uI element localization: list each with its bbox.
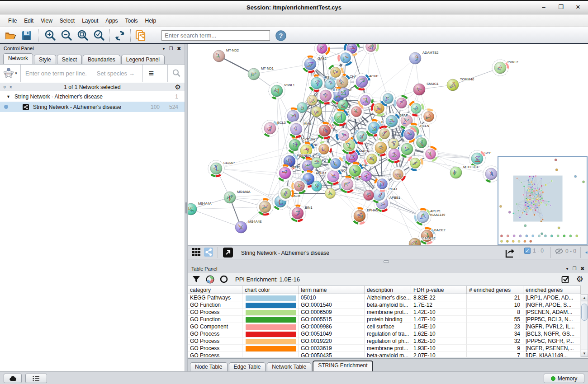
panel-float-icon[interactable]: ❒ xyxy=(573,266,577,271)
node[interactable] xyxy=(364,190,374,201)
table-row[interactable]: GO ComponentGO:0009986cell surface1.54E-… xyxy=(188,323,581,330)
filter-icon[interactable] xyxy=(192,275,200,283)
table-row[interactable]: GO ProcessGO:0033619membrane prot...1.93… xyxy=(188,345,581,352)
node[interactable] xyxy=(312,107,322,117)
tab-boundaries[interactable]: Boundaries xyxy=(83,55,120,64)
table-row[interactable]: GO ProcessGO:0006509membrane prot...1.42… xyxy=(188,309,581,316)
open-session-button[interactable] xyxy=(4,29,17,42)
node-PVRL2[interactable]: PVRL2 xyxy=(492,60,518,76)
column-header-description[interactable]: description xyxy=(365,286,411,294)
zoom-selected-button[interactable] xyxy=(92,29,106,42)
tab-network[interactable]: Network xyxy=(3,53,33,64)
node-MS4A4A[interactable]: MS4A4A xyxy=(188,201,212,215)
memory-button[interactable]: Memory xyxy=(544,374,584,383)
scroll-down-arrow[interactable]: ▼ xyxy=(581,350,588,356)
scrollbar-thumb[interactable] xyxy=(581,304,588,321)
birdseye-toggle-button[interactable] xyxy=(585,248,588,258)
menu-item-layout[interactable]: Layout xyxy=(78,16,102,26)
string-options-button[interactable]: ≡ xyxy=(142,65,160,82)
node-BACE2[interactable]: BACE2 xyxy=(419,228,446,244)
table-row[interactable]: GO ProcessGO:0019220regulation of ph...1… xyxy=(188,337,581,345)
menu-item-apps[interactable]: Apps xyxy=(102,16,121,26)
node[interactable] xyxy=(361,171,372,182)
menu-item-view[interactable]: View xyxy=(37,16,56,26)
select-all-checkbox-icon[interactable] xyxy=(561,275,570,284)
node[interactable] xyxy=(363,44,379,54)
tab-network-table[interactable]: Network Table xyxy=(267,362,311,371)
table-row[interactable]: GO ProcessGO:0050435beta-amyloid m...2.0… xyxy=(188,352,581,357)
table-row[interactable]: GO FunctionGO:0005515protein binding1.47… xyxy=(188,316,581,323)
table-row[interactable]: KEGG Pathways05010Alzheimer's dise...8.8… xyxy=(188,294,581,301)
node[interactable] xyxy=(358,93,373,108)
node[interactable] xyxy=(339,88,349,98)
export-network-button[interactable] xyxy=(504,248,515,258)
table-settings-gear-icon[interactable]: ⚙ xyxy=(576,274,583,284)
zoom-fit-button[interactable] xyxy=(76,29,90,42)
node[interactable] xyxy=(325,188,336,199)
panel-menu-icon[interactable]: ▾ xyxy=(163,46,165,51)
node-MT-ND1[interactable]: MT-ND1 xyxy=(248,66,274,80)
menu-item-file[interactable]: File xyxy=(5,16,20,26)
node[interactable] xyxy=(312,181,322,192)
welcome-screen-button[interactable] xyxy=(4,374,22,383)
node-ACHE[interactable]: ACHE xyxy=(354,74,379,90)
close-button[interactable]: ✕ xyxy=(574,4,582,10)
node-CD2AP[interactable]: CD2AP xyxy=(208,160,235,177)
network-row-selected[interactable]: String Network - Alzheimer's disease 100… xyxy=(0,102,185,112)
string-source-caret-icon[interactable]: ▾ xyxy=(15,71,17,75)
minimize-button[interactable]: – xyxy=(540,4,547,10)
node-MTHFD1L[interactable]: MTHFD1L xyxy=(450,165,479,178)
menu-item-select[interactable]: Select xyxy=(56,16,78,26)
node-BCL3[interactable]: BCL3 xyxy=(262,120,286,137)
network-collection-row[interactable]: ▼ String Network - Alzheimer's disease 1 xyxy=(0,91,185,102)
scroll-up-arrow[interactable]: ▲ xyxy=(581,295,588,301)
column-header-category[interactable]: category xyxy=(188,286,242,294)
node[interactable] xyxy=(389,139,399,149)
node[interactable] xyxy=(314,44,330,56)
tab-style[interactable]: Style xyxy=(34,55,56,64)
column-header-FDR-p-value[interactable]: FDR p-value xyxy=(411,286,467,294)
node-EPHA5[interactable]: EPHA5 xyxy=(351,208,378,225)
column-header--enriched-genes[interactable]: # enriched genes xyxy=(467,286,523,294)
maximize-button[interactable]: ❐ xyxy=(557,4,564,10)
panel-close-icon[interactable]: ✖ xyxy=(581,266,584,271)
tab-edge-table[interactable]: Edge Table xyxy=(229,362,266,371)
tab-node-table[interactable]: Node Table xyxy=(190,362,228,371)
birdseye-view[interactable] xyxy=(498,156,588,245)
node[interactable] xyxy=(325,79,336,89)
remove-chart-icon[interactable] xyxy=(220,275,228,283)
copy-network-button[interactable] xyxy=(134,29,147,42)
node-MS4A4E[interactable]: MS4A4E xyxy=(235,220,262,233)
refresh-button[interactable] xyxy=(113,29,127,42)
tree-expand-icon[interactable]: ▼ xyxy=(6,94,10,99)
save-session-button[interactable] xyxy=(20,29,33,42)
menu-item-tools[interactable]: Tools xyxy=(122,16,142,26)
network-options-gear-icon[interactable]: ⚙ xyxy=(175,83,181,91)
tab-select[interactable]: Select xyxy=(57,55,82,64)
horizontal-splitter[interactable] xyxy=(188,259,588,264)
task-history-button[interactable] xyxy=(25,374,47,383)
tab-string-enrichment[interactable]: STRING Enrichment xyxy=(313,361,373,371)
node[interactable] xyxy=(408,155,423,171)
node-ADAMTS2[interactable]: ADAMTS2 xyxy=(409,51,438,64)
node-MS4A6A[interactable]: MS4A6A xyxy=(224,190,251,203)
open-in-new-button[interactable] xyxy=(223,248,233,258)
zoom-out-button[interactable] xyxy=(60,29,73,42)
string-query-placeholder[interactable]: Enter one term per line. xyxy=(21,70,87,77)
node[interactable] xyxy=(307,95,318,106)
tab-legend-panel[interactable]: Legend Panel xyxy=(121,55,165,64)
node-VSNL1[interactable]: VSNL1 xyxy=(269,83,295,99)
column-header-enriched-genes[interactable]: enriched genes xyxy=(523,286,581,294)
node-SYP[interactable]: SYP xyxy=(469,150,492,167)
menu-item-edit[interactable]: Edit xyxy=(20,16,37,26)
panel-menu-icon[interactable]: ▾ xyxy=(566,266,569,271)
node-APLP1[interactable]: APLP1KIAA1149 xyxy=(415,209,446,225)
column-header-chart-color[interactable]: chart color xyxy=(242,286,299,294)
string-view-button[interactable] xyxy=(204,248,213,257)
vertical-splitter[interactable] xyxy=(185,44,188,371)
string-search-button[interactable] xyxy=(167,65,185,82)
menu-item-help[interactable]: Help xyxy=(142,16,160,26)
species-hint[interactable]: Set species → xyxy=(97,70,135,77)
table-row[interactable]: GO ProcessGO:0051049regulation of tra...… xyxy=(188,330,581,337)
search-input[interactable] xyxy=(161,30,270,41)
